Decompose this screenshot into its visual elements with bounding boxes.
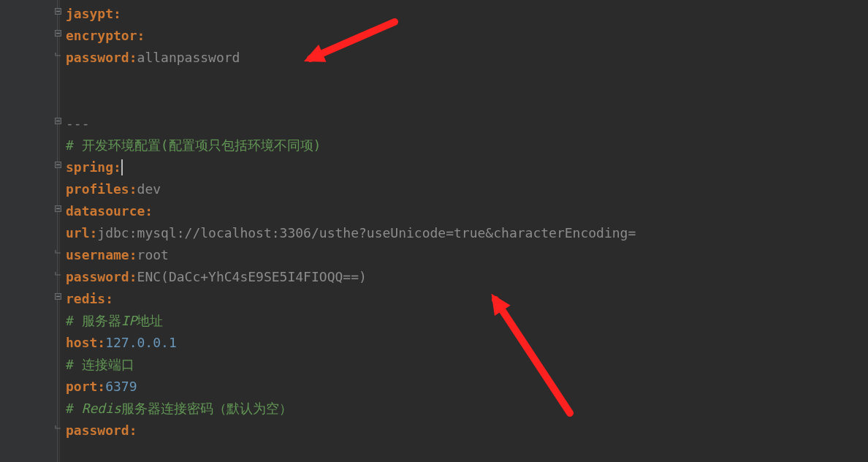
fold-end-icon[interactable] xyxy=(54,249,61,256)
comment: # 服务器IP地址 xyxy=(66,310,163,332)
fold-collapse-icon[interactable] xyxy=(54,292,61,300)
text-cursor xyxy=(121,159,123,175)
fold-collapse-icon[interactable] xyxy=(54,205,61,212)
yaml-key: jasypt: xyxy=(66,3,121,25)
yaml-separator: --- xyxy=(66,113,90,135)
fold-guide-line xyxy=(57,0,58,462)
code-area[interactable]: jasypt: encryptor: password: allanpasswo… xyxy=(66,3,636,442)
yaml-value: 127.0.0.1 xyxy=(105,332,177,354)
yaml-value: ENC(DaCc+YhC4sE9SE5I4FIOQQ==) xyxy=(137,266,367,288)
yaml-key: profiles: xyxy=(66,178,137,200)
comment: # 连接端口 xyxy=(66,354,134,376)
fold-end-icon[interactable] xyxy=(54,424,61,431)
fold-collapse-icon[interactable] xyxy=(54,161,61,168)
code-line[interactable]: password: xyxy=(66,420,636,442)
yaml-key: port: xyxy=(66,376,105,398)
yaml-key: password: xyxy=(66,420,137,442)
fold-collapse-icon[interactable] xyxy=(54,29,61,37)
comment: # Redis服务器连接密码（默认为空） xyxy=(66,398,292,420)
yaml-key: spring: xyxy=(66,156,121,178)
code-line[interactable]: # 开发环境配置(配置项只包括环境不同项) xyxy=(66,135,636,156)
yaml-value: allanpassword xyxy=(137,47,240,69)
yaml-value: jdbc:mysql://localhost:3306/usthe?useUni… xyxy=(97,222,636,244)
code-line[interactable]: url: jdbc:mysql://localhost:3306/usthe?u… xyxy=(66,222,636,244)
code-line[interactable]: --- xyxy=(66,113,636,135)
code-line[interactable] xyxy=(66,69,636,91)
code-line[interactable]: password: ENC(DaCc+YhC4sE9SE5I4FIOQQ==) xyxy=(66,266,636,288)
code-line[interactable]: # 服务器IP地址 xyxy=(66,310,636,332)
fold-collapse-icon[interactable] xyxy=(54,117,61,124)
yaml-key: username: xyxy=(66,244,137,266)
yaml-key: host: xyxy=(66,332,105,354)
code-line[interactable]: encryptor: xyxy=(66,25,636,47)
code-line[interactable]: password: allanpassword xyxy=(66,47,636,69)
yaml-key: encryptor: xyxy=(66,25,145,47)
code-line[interactable]: # 连接端口 xyxy=(66,354,636,376)
yaml-value: root xyxy=(137,244,169,266)
yaml-key: redis: xyxy=(66,288,113,310)
editor-gutter xyxy=(0,0,60,462)
code-line[interactable]: # Redis服务器连接密码（默认为空） xyxy=(66,398,636,420)
yaml-key: datasource: xyxy=(66,200,153,222)
yaml-key: url: xyxy=(66,222,97,244)
yaml-key: password: xyxy=(66,266,137,288)
code-line[interactable]: username: root xyxy=(66,244,636,266)
fold-end-icon[interactable] xyxy=(54,270,61,278)
code-line[interactable] xyxy=(66,91,636,113)
code-line[interactable]: port: 6379 xyxy=(66,376,636,398)
fold-end-icon[interactable] xyxy=(54,51,61,58)
yaml-key: password: xyxy=(66,47,137,69)
fold-collapse-icon[interactable] xyxy=(54,7,61,15)
code-line[interactable]: datasource: xyxy=(66,200,636,222)
yaml-value: 6379 xyxy=(105,376,137,398)
code-line[interactable]: profiles: dev xyxy=(66,178,636,200)
code-line[interactable]: spring: xyxy=(66,156,636,178)
code-line[interactable]: host: 127.0.0.1 xyxy=(66,332,636,354)
code-line[interactable]: redis: xyxy=(66,288,636,310)
yaml-value: dev xyxy=(137,178,161,200)
comment: # 开发环境配置(配置项只包括环境不同项) xyxy=(66,135,321,156)
code-line[interactable]: jasypt: xyxy=(66,3,636,25)
